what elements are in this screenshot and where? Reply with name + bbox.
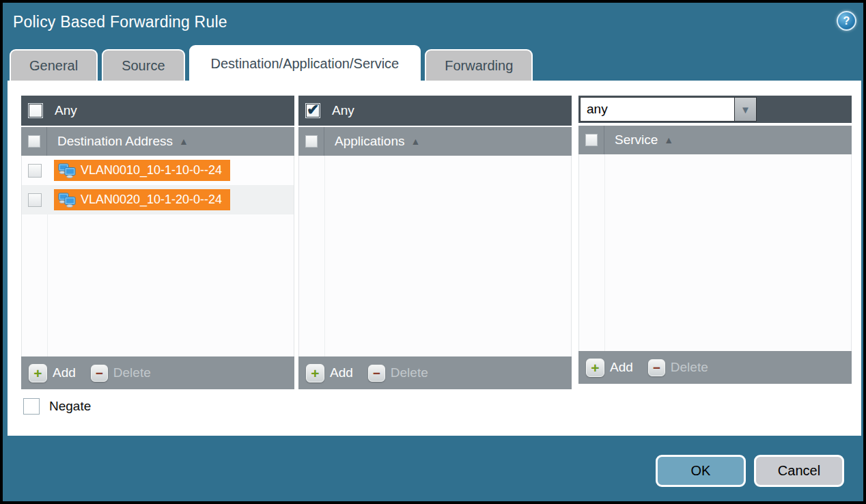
ok-button[interactable]: OK [656, 455, 746, 487]
tab-source[interactable]: Source [102, 49, 184, 81]
address-object-icon [58, 163, 76, 178]
negate-row: Negate [23, 398, 91, 415]
dropdown-arrow-button[interactable]: ▼ [734, 97, 757, 122]
destination-column-header[interactable]: Destination Address ▲ [46, 127, 188, 156]
tab-bar: General Source Destination/Application/S… [10, 45, 533, 81]
applications-any-bar: Any [298, 96, 572, 126]
plus-icon: + [306, 364, 324, 382]
applications-select-all-checkbox[interactable] [305, 135, 318, 148]
cancel-button[interactable]: Cancel [754, 455, 844, 487]
address-entry[interactable]: VLAN0010_10-1-10-0--24 [54, 160, 230, 181]
service-list [578, 154, 852, 351]
minus-icon: − [648, 359, 665, 376]
row-checkbox[interactable] [28, 164, 42, 178]
table-row: VLAN0010_10-1-10-0--24 [22, 156, 294, 185]
help-icon[interactable]: ? [837, 11, 856, 31]
applications-list [298, 156, 572, 356]
tab-content: Any Destination Address ▲ [8, 81, 861, 436]
service-panel: any ▼ Service ▲ + Add [578, 96, 852, 384]
destination-address-list: VLAN0010_10-1-10-0--24 [21, 156, 294, 356]
service-toolbar: + Add − Delete [578, 351, 852, 384]
delete-button[interactable]: − Delete [91, 365, 151, 382]
applications-panel: Any Applications ▲ + Add − Delete [298, 96, 572, 389]
applications-column-header-row: Applications ▲ [298, 127, 572, 156]
service-select-all-checkbox[interactable] [585, 134, 598, 146]
destination-any-label: Any [55, 103, 77, 118]
minus-icon: − [368, 365, 385, 382]
sort-ascending-icon: ▲ [664, 135, 673, 145]
delete-button[interactable]: − Delete [648, 359, 708, 376]
destination-any-checkbox[interactable] [28, 103, 43, 118]
applications-toolbar: + Add − Delete [298, 356, 572, 389]
service-column-header[interactable]: Service ▲ [604, 126, 673, 154]
tab-forwarding[interactable]: Forwarding [425, 49, 533, 81]
policy-based-forwarding-dialog: Policy Based Forwarding Rule ? General S… [0, 0, 866, 504]
address-entry[interactable]: VLAN0020_10-1-20-0--24 [54, 189, 230, 210]
destination-column-header-row: Destination Address ▲ [21, 127, 294, 156]
plus-icon: + [29, 364, 47, 382]
applications-any-label: Any [332, 103, 354, 118]
destination-select-all-checkbox[interactable] [28, 135, 40, 148]
plus-icon: + [586, 359, 604, 377]
add-button[interactable]: + Add [306, 364, 353, 382]
tab-destination-application-service[interactable]: Destination/Application/Service [189, 45, 421, 81]
destination-address-panel: Any Destination Address ▲ [21, 96, 294, 389]
service-any-bar: any ▼ [578, 96, 852, 123]
service-dropdown-value[interactable]: any [580, 97, 734, 122]
sort-ascending-icon: ▲ [179, 136, 188, 147]
applications-column-header[interactable]: Applications ▲ [324, 127, 420, 156]
add-button[interactable]: + Add [586, 359, 633, 377]
address-label: VLAN0010_10-1-10-0--24 [81, 163, 222, 178]
negate-checkbox[interactable] [23, 398, 40, 415]
table-row: VLAN0020_10-1-20-0--24 [22, 185, 294, 214]
destination-toolbar: + Add − Delete [21, 356, 294, 389]
address-label: VLAN0020_10-1-20-0--24 [81, 193, 222, 207]
tab-general[interactable]: General [10, 49, 98, 81]
applications-any-checkbox[interactable] [305, 103, 320, 118]
address-object-icon [58, 193, 76, 208]
negate-label: Negate [49, 399, 91, 414]
service-column-header-row: Service ▲ [578, 126, 852, 154]
row-checkbox[interactable] [28, 193, 42, 207]
dialog-title: Policy Based Forwarding Rule [13, 13, 227, 31]
delete-button[interactable]: − Delete [368, 365, 428, 382]
destination-any-bar: Any [21, 96, 294, 126]
service-dropdown[interactable]: any ▼ [580, 97, 757, 122]
minus-icon: − [91, 365, 108, 382]
sort-ascending-icon: ▲ [410, 136, 420, 147]
chevron-down-icon: ▼ [740, 104, 751, 115]
add-button[interactable]: + Add [29, 364, 76, 382]
